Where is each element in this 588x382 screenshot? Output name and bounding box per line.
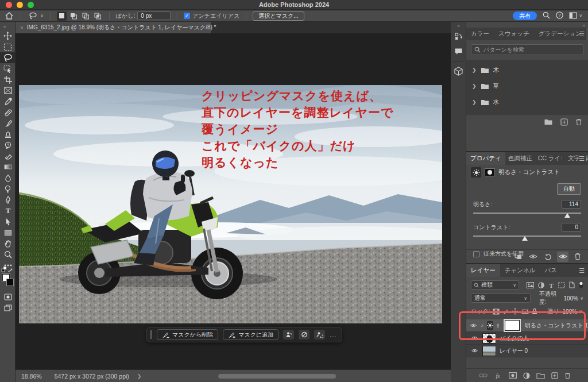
antialias-checkbox[interactable]: ✓: [184, 13, 190, 19]
frame-tool[interactable]: [0, 85, 16, 96]
new-group-icon[interactable]: [536, 372, 545, 379]
blur-tool[interactable]: [0, 172, 16, 183]
tab-close-icon[interactable]: ×: [20, 25, 24, 31]
swap-colors-icon[interactable]: [1, 265, 14, 272]
brightness-value[interactable]: 114: [562, 200, 581, 209]
new-adjustment-layer-icon[interactable]: [523, 372, 530, 379]
contrast-slider-thumb[interactable]: [522, 236, 528, 241]
auto-button[interactable]: 自動: [557, 183, 581, 195]
feather-input[interactable]: [137, 11, 171, 20]
add-layer-mask-icon[interactable]: [509, 372, 517, 379]
blend-mode-select[interactable]: 通常 ∨: [471, 294, 531, 303]
move-tool[interactable]: [0, 30, 16, 41]
layer-style-fx-icon[interactable]: fx: [494, 372, 502, 379]
chevron-right-icon[interactable]: ❯: [472, 67, 477, 73]
brightness-contrast-thumbnail[interactable]: [487, 321, 493, 330]
path-selection-tool[interactable]: [0, 216, 16, 227]
chevron-down-icon[interactable]: ∨: [580, 296, 583, 301]
chevron-right-icon[interactable]: ❯: [472, 99, 477, 105]
clone-stamp-tool[interactable]: [0, 129, 16, 140]
dodge-tool[interactable]: [0, 183, 16, 194]
workspace-icon[interactable]: [569, 12, 577, 20]
history-brush-tool[interactable]: [0, 140, 16, 151]
new-layer-icon[interactable]: [551, 372, 558, 379]
contrast-value[interactable]: 0: [562, 223, 581, 231]
panel-menu-icon[interactable]: ☰: [579, 155, 585, 163]
lock-pixels-icon[interactable]: [502, 308, 509, 315]
new-group-icon[interactable]: [544, 118, 553, 125]
clip-to-layer-icon[interactable]: [512, 252, 524, 262]
tab-paths[interactable]: パス: [540, 264, 562, 277]
filter-adjustment-layers-icon[interactable]: [538, 282, 544, 288]
pattern-folder-water[interactable]: ❯ 水: [466, 94, 588, 110]
search-icon[interactable]: [543, 11, 550, 20]
zoom-tool[interactable]: [0, 249, 16, 260]
delete-icon[interactable]: [575, 118, 582, 126]
type-tool[interactable]: T: [0, 205, 16, 216]
layer-thumbnail[interactable]: [482, 346, 496, 356]
zoom-level-value[interactable]: 18.86%: [21, 373, 42, 380]
view-previous-state-icon[interactable]: [527, 252, 539, 262]
pattern-folder-grass[interactable]: ❯ 草: [466, 78, 588, 94]
hand-tool[interactable]: [0, 238, 16, 249]
contrast-slider[interactable]: [473, 234, 581, 241]
add-to-selection-mode-button[interactable]: [69, 11, 79, 21]
share-button[interactable]: 共有: [513, 11, 537, 20]
comments-icon[interactable]: [451, 44, 466, 59]
chevron-down-icon[interactable]: ∨: [579, 309, 582, 314]
tab-channels[interactable]: チャンネル: [500, 264, 540, 277]
layer-row-layer-0[interactable]: レイヤー 0: [466, 345, 588, 357]
lasso-tool[interactable]: [0, 52, 16, 63]
filter-type-layers-icon[interactable]: T: [548, 282, 554, 288]
chevron-right-icon[interactable]: ❯: [472, 83, 477, 89]
version-history-icon[interactable]: [451, 29, 466, 44]
select-subject-icon[interactable]: [283, 330, 294, 339]
panel-menu-icon[interactable]: ☰: [579, 267, 585, 275]
tab-gradients[interactable]: グラデーション: [534, 28, 586, 40]
delete-adjustment-icon[interactable]: [572, 252, 583, 262]
subtract-from-selection-mode-button[interactable]: [81, 11, 91, 21]
3d-panel-icon[interactable]: [451, 64, 466, 79]
add-to-mask-button[interactable]: マスクに追加: [223, 329, 278, 340]
lasso-tool-icon[interactable]: [28, 11, 38, 21]
layer-thumbnail[interactable]: [482, 333, 496, 344]
home-icon[interactable]: [4, 11, 14, 21]
tab-adjustments[interactable]: 色調補正: [505, 152, 535, 165]
new-selection-mode-button[interactable]: [57, 11, 67, 21]
gradient-tool[interactable]: [0, 161, 16, 172]
link-layers-icon[interactable]: [479, 373, 488, 378]
background-color-swatch[interactable]: [6, 279, 14, 286]
layer-visibility-eye-icon[interactable]: [470, 348, 479, 353]
taskbar-more-options-icon[interactable]: ...: [330, 331, 336, 338]
quick-mask-mode-button[interactable]: [0, 291, 16, 302]
tab-color[interactable]: カラー: [466, 28, 494, 40]
invert-mask-icon[interactable]: [299, 330, 310, 339]
canvas-photo[interactable]: クリッピングマスクを使えば、 直下のレイヤーを調整レイヤーで 覆うイメージ これ…: [19, 85, 442, 323]
layer-row-brightness-contrast[interactable]: 明るさ・コントラスト 1: [466, 319, 588, 332]
layer-visibility-eye-icon[interactable]: [470, 323, 477, 328]
subtract-from-mask-button[interactable]: マスクから削除: [157, 329, 218, 340]
panel-menu-icon[interactable]: ☰: [579, 30, 585, 38]
dock-collapse-icon[interactable]: «: [451, 22, 466, 29]
workspace-chevron-icon[interactable]: ∨: [579, 13, 582, 18]
spot-healing-brush-tool[interactable]: [0, 107, 16, 118]
layer-visibility-eye-icon[interactable]: [470, 335, 479, 341]
rectangular-marquee-tool[interactable]: [0, 41, 16, 52]
object-selection-tool[interactable]: [0, 63, 16, 74]
help-icon[interactable]: ?: [556, 11, 563, 20]
pattern-search-field[interactable]: [471, 44, 583, 55]
brush-tool[interactable]: [0, 118, 16, 129]
delete-layer-icon[interactable]: [564, 372, 571, 379]
tab-layers[interactable]: レイヤー: [466, 264, 500, 277]
lock-position-icon[interactable]: [512, 308, 519, 315]
lock-transparency-icon[interactable]: [493, 308, 500, 315]
opacity-value[interactable]: 100%: [564, 295, 579, 302]
new-pattern-icon[interactable]: [560, 118, 568, 126]
lock-all-icon[interactable]: [532, 308, 537, 315]
tab-swatches[interactable]: スウォッチ: [494, 28, 534, 40]
reselect-subject-icon[interactable]: [314, 330, 325, 339]
layer-filter-type-select[interactable]: 種類 ∨: [471, 280, 519, 290]
eyedropper-tool[interactable]: [0, 96, 16, 107]
status-chevron-icon[interactable]: ❯: [137, 373, 142, 379]
toolbar-expand-icon[interactable]: »: [0, 22, 15, 30]
